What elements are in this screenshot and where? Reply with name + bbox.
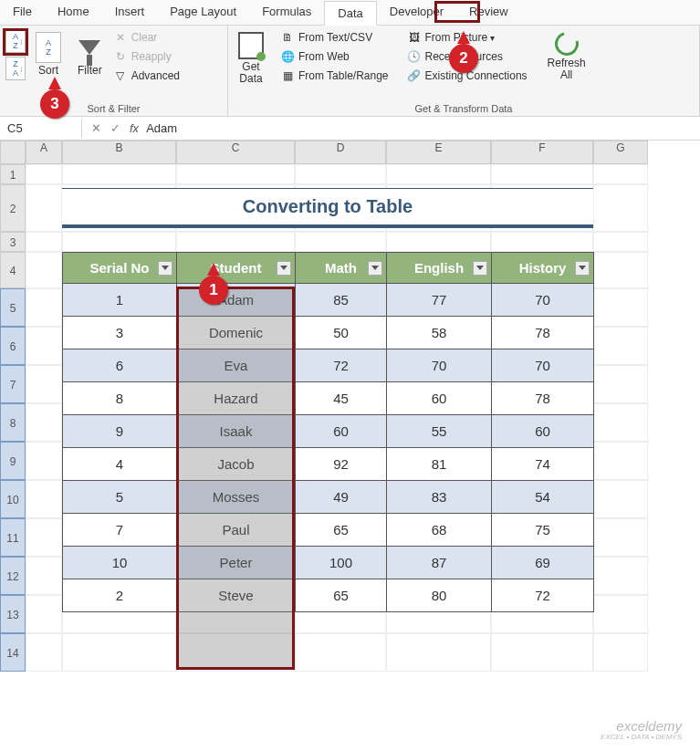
table-cell[interactable]: 81 bbox=[387, 448, 492, 481]
col-header-A[interactable]: A bbox=[26, 141, 62, 164]
table-cell[interactable]: Paul bbox=[177, 514, 296, 547]
table-cell[interactable]: 3 bbox=[63, 317, 177, 349]
table-cell[interactable]: Steve bbox=[177, 579, 296, 612]
filter-button[interactable]: Filter bbox=[73, 29, 107, 79]
table-header-english[interactable]: English bbox=[387, 253, 492, 284]
row-header-13[interactable]: 13 bbox=[0, 595, 26, 633]
tab-developer[interactable]: Developer bbox=[377, 0, 456, 25]
table-cell[interactable]: 4 bbox=[63, 448, 177, 481]
table-cell[interactable]: 9 bbox=[63, 415, 177, 448]
cell-G11[interactable] bbox=[593, 518, 648, 557]
refresh-all-button[interactable]: Refresh All bbox=[543, 29, 590, 83]
col-header-C[interactable]: C bbox=[176, 141, 295, 164]
table-cell[interactable]: Adam bbox=[177, 284, 296, 317]
table-cell[interactable]: 72 bbox=[296, 349, 387, 382]
cell-G8[interactable] bbox=[593, 403, 648, 442]
table-cell[interactable]: Jacob bbox=[177, 448, 296, 481]
cell-G13[interactable] bbox=[593, 595, 648, 633]
row-header-2[interactable]: 2 bbox=[0, 184, 26, 232]
get-data-button[interactable]: Get Data bbox=[234, 29, 268, 87]
tab-insert[interactable]: Insert bbox=[102, 0, 158, 25]
table-cell[interactable]: 75 bbox=[492, 514, 594, 547]
table-cell[interactable]: 1 bbox=[63, 284, 177, 317]
table-cell[interactable]: 100 bbox=[296, 547, 387, 579]
cell-D3[interactable] bbox=[295, 232, 386, 252]
cell-G7[interactable] bbox=[593, 365, 648, 403]
table-cell[interactable]: 77 bbox=[387, 284, 492, 317]
table-cell[interactable]: 58 bbox=[387, 317, 492, 349]
formula-value[interactable]: Adam bbox=[146, 121, 177, 135]
cell-E3[interactable] bbox=[386, 232, 491, 252]
tab-formulas[interactable]: Formulas bbox=[249, 0, 324, 25]
row-header-6[interactable]: 6 bbox=[0, 327, 26, 365]
table-cell[interactable]: 2 bbox=[63, 579, 177, 612]
tab-home[interactable]: Home bbox=[45, 0, 102, 25]
cell-G1[interactable] bbox=[593, 164, 648, 184]
table-header-student[interactable]: Student bbox=[177, 253, 296, 284]
table-cell[interactable]: 69 bbox=[492, 547, 594, 579]
cell-F1[interactable] bbox=[491, 164, 593, 184]
from-web-button[interactable]: 🌐From Web bbox=[277, 48, 392, 65]
table-cell[interactable]: 45 bbox=[296, 382, 387, 415]
table-cell[interactable]: 49 bbox=[296, 481, 387, 514]
table-cell[interactable]: Isaak bbox=[177, 415, 296, 448]
cell-G5[interactable] bbox=[593, 288, 648, 327]
cell-C14[interactable] bbox=[176, 633, 295, 672]
cell-A12[interactable] bbox=[26, 557, 62, 595]
table-cell[interactable]: Eva bbox=[177, 349, 296, 382]
advanced-filter-button[interactable]: ▽Advanced bbox=[110, 68, 183, 84]
select-all-corner[interactable] bbox=[0, 141, 26, 164]
worksheet-grid[interactable]: Converting to Table Serial NoStudentMath… bbox=[26, 164, 648, 672]
row-header-1[interactable]: 1 bbox=[0, 164, 26, 184]
cell-A3[interactable] bbox=[26, 232, 62, 252]
table-cell[interactable]: 72 bbox=[492, 579, 594, 612]
table-cell[interactable]: 8 bbox=[63, 382, 177, 415]
cell-B1[interactable] bbox=[62, 164, 176, 184]
cell-G10[interactable] bbox=[593, 480, 648, 518]
table-header-serial-no[interactable]: Serial No bbox=[63, 253, 177, 284]
table-cell[interactable]: 5 bbox=[63, 481, 177, 514]
from-text-csv-button[interactable]: 🗎From Text/CSV bbox=[277, 29, 392, 46]
cell-A6[interactable] bbox=[26, 327, 62, 365]
table-cell[interactable]: 7 bbox=[63, 514, 177, 547]
cell-G9[interactable] bbox=[593, 442, 648, 480]
cell-G3[interactable] bbox=[593, 232, 648, 252]
table-cell[interactable]: Peter bbox=[177, 547, 296, 579]
tab-file[interactable]: File bbox=[0, 0, 45, 25]
col-header-B[interactable]: B bbox=[62, 141, 176, 164]
cell-A13[interactable] bbox=[26, 595, 62, 633]
cell-A14[interactable] bbox=[26, 633, 62, 672]
table-cell[interactable]: 92 bbox=[296, 448, 387, 481]
table-cell[interactable]: 60 bbox=[387, 382, 492, 415]
fx-icon[interactable]: fx bbox=[130, 121, 139, 135]
table-cell[interactable]: 78 bbox=[492, 382, 594, 415]
row-header-3[interactable]: 3 bbox=[0, 232, 26, 252]
cell-A11[interactable] bbox=[26, 518, 62, 557]
cell-E14[interactable] bbox=[386, 633, 491, 672]
name-box[interactable]: C5 bbox=[0, 119, 82, 138]
row-header-8[interactable]: 8 bbox=[0, 403, 26, 442]
table-cell[interactable]: 78 bbox=[492, 317, 594, 349]
filter-dropdown-student[interactable] bbox=[277, 261, 291, 276]
col-header-G[interactable]: G bbox=[593, 141, 648, 164]
row-header-5[interactable]: 5 bbox=[0, 288, 26, 327]
table-cell[interactable]: 60 bbox=[296, 415, 387, 448]
cell-D14[interactable] bbox=[295, 633, 386, 672]
table-cell[interactable]: 74 bbox=[492, 448, 594, 481]
table-cell[interactable]: 65 bbox=[296, 579, 387, 612]
row-header-4[interactable]: 4 bbox=[0, 252, 26, 288]
col-header-D[interactable]: D bbox=[295, 141, 386, 164]
cell-G12[interactable] bbox=[593, 557, 648, 595]
filter-dropdown-math[interactable] bbox=[368, 261, 382, 276]
table-cell[interactable]: 80 bbox=[387, 579, 492, 612]
cell-A5[interactable] bbox=[26, 288, 62, 327]
table-cell[interactable]: 70 bbox=[387, 349, 492, 382]
sort-descending-button[interactable]: ZA bbox=[5, 57, 26, 80]
cell-D1[interactable] bbox=[295, 164, 386, 184]
from-table-button[interactable]: ▦From Table/Range bbox=[277, 68, 392, 84]
table-cell[interactable]: 50 bbox=[296, 317, 387, 349]
cell-A2[interactable] bbox=[26, 184, 62, 232]
table-header-math[interactable]: Math bbox=[296, 253, 387, 284]
table-cell[interactable]: 85 bbox=[296, 284, 387, 317]
table-cell[interactable]: 70 bbox=[492, 349, 594, 382]
